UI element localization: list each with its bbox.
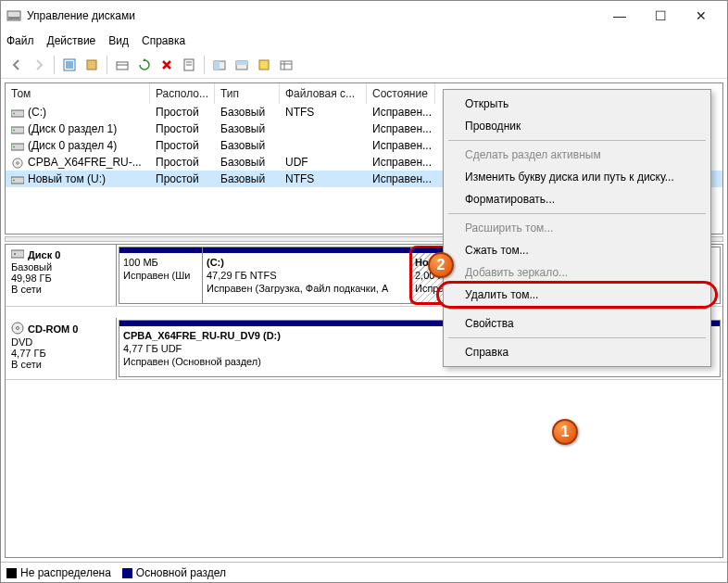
toolbar-button-5[interactable] [232, 55, 252, 75]
svg-point-27 [13, 179, 15, 181]
svg-point-19 [13, 112, 15, 114]
cd-state: В сети [11, 359, 110, 370]
svg-point-25 [17, 162, 19, 165]
cd-part-status: Исправен (Основной раздел) [123, 356, 261, 367]
ctx-extend: Расширить том... [446, 217, 708, 239]
svg-point-21 [13, 129, 15, 131]
svg-point-23 [13, 146, 15, 147]
hdd-icon [11, 141, 24, 152]
legend-unalloc-swatch [6, 568, 17, 578]
toolbar-button-4[interactable] [209, 55, 230, 75]
cd-type: DVD [11, 336, 110, 348]
svg-point-29 [14, 253, 16, 255]
svg-rect-14 [259, 60, 269, 70]
ctx-active: Сделать раздел активным [446, 144, 708, 166]
maximize-button[interactable]: ☐ [640, 2, 681, 30]
annotation-badge-2: 2 [428, 252, 454, 278]
titlebar: Управление дисками — ☐ ✕ [1, 1, 727, 31]
menu-help[interactable]: Справка [142, 34, 185, 47]
svg-point-31 [17, 327, 19, 330]
refresh-button[interactable] [134, 55, 155, 75]
toolbar-button-7[interactable] [276, 55, 296, 75]
ctx-props[interactable]: Свойства [446, 312, 708, 335]
ctx-explorer[interactable]: Проводник [446, 115, 708, 137]
disk-partition[interactable]: (C:)47,29 ГБ NTFSИсправен (Загрузка, Фай… [203, 247, 411, 303]
cd-icon [11, 158, 24, 169]
svg-rect-13 [236, 61, 247, 65]
disk-0-state: В сети [11, 284, 110, 295]
ctx-shrink[interactable]: Сжать том... [446, 239, 708, 261]
ctx-format[interactable]: Форматировать... [446, 188, 708, 210]
menu-action[interactable]: Действие [47, 34, 96, 47]
hdd-icon [11, 174, 24, 185]
disk-icon [11, 248, 24, 261]
legend-primary: Основной раздел [136, 566, 226, 579]
svg-rect-3 [66, 61, 73, 69]
window-title: Управление дисками [27, 9, 599, 22]
minimize-button[interactable]: — [599, 2, 640, 30]
toolbar [1, 51, 727, 79]
col-layout[interactable]: Располо... [150, 83, 215, 104]
delete-button[interactable] [157, 55, 177, 75]
svg-rect-15 [281, 61, 292, 70]
app-icon [6, 8, 21, 23]
svg-rect-5 [117, 62, 128, 70]
toolbar-button-3[interactable] [112, 55, 132, 75]
close-button[interactable]: ✕ [681, 2, 722, 30]
disk-partition[interactable]: 100 МБИсправен (Ши [119, 247, 203, 303]
menu-file[interactable]: Файл [6, 34, 34, 47]
col-fs[interactable]: Файловая с... [280, 83, 367, 104]
legend-primary-swatch [122, 568, 132, 578]
toolbar-button-2[interactable] [82, 55, 102, 75]
properties-button[interactable] [179, 55, 199, 75]
legend: Не распределена Основной раздел [1, 562, 727, 582]
forward-button[interactable] [29, 55, 49, 75]
svg-rect-28 [11, 250, 24, 258]
hdd-icon [11, 108, 24, 119]
disk-0-size: 49,98 ГБ [11, 272, 110, 284]
menu-view[interactable]: Вид [108, 34, 129, 47]
col-volume[interactable]: Том [6, 83, 150, 104]
hdd-icon [11, 124, 24, 135]
toolbar-button-6[interactable] [254, 55, 274, 75]
svg-rect-11 [214, 61, 220, 70]
ctx-letter[interactable]: Изменить букву диска или путь к диску... [446, 166, 708, 188]
menubar: Файл Действие Вид Справка [1, 31, 727, 51]
cd-icon [11, 322, 24, 336]
context-menu: Открыть Проводник Сделать раздел активны… [443, 89, 711, 367]
cd-size: 4,77 ГБ [11, 348, 110, 359]
col-status[interactable]: Состояние [367, 83, 435, 104]
col-type[interactable]: Тип [215, 83, 280, 104]
ctx-help[interactable]: Справка [446, 341, 708, 363]
legend-unalloc: Не распределена [20, 566, 111, 579]
cd-part-title: CPBA_X64FRE_RU-RU_DV9 (D:) [123, 330, 281, 341]
annotation-badge-1: 1 [552, 419, 578, 445]
svg-rect-4 [87, 60, 96, 70]
cd-name: CD-ROM 0 [28, 323, 78, 335]
back-button[interactable] [6, 55, 27, 75]
ctx-mirror: Добавить зеркало... [446, 261, 708, 284]
ctx-open[interactable]: Открыть [446, 93, 708, 115]
svg-rect-1 [8, 17, 19, 19]
disk-0-name: Диск 0 [28, 249, 60, 260]
ctx-delete[interactable]: Удалить том... [439, 284, 715, 306]
toolbar-button-1[interactable] [59, 55, 80, 75]
disk-0-type: Базовый [11, 261, 110, 272]
cd-part-size: 4,77 ГБ UDF [123, 343, 182, 354]
